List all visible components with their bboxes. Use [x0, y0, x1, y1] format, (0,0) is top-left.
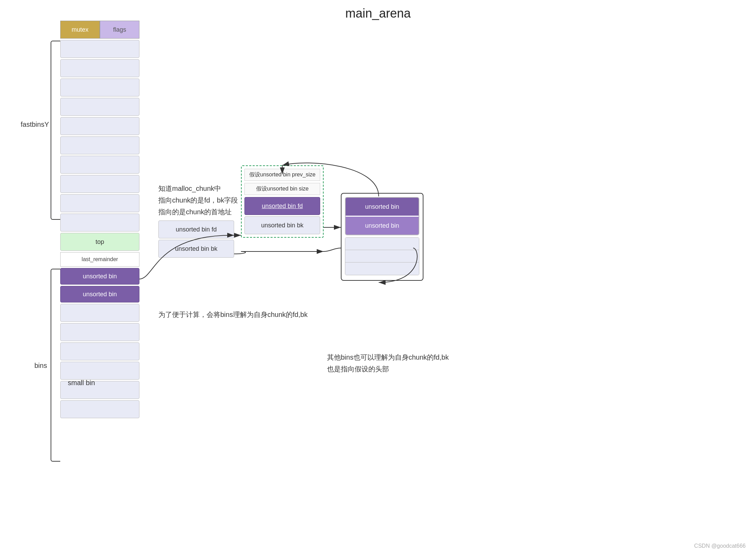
fastbin-cell-9	[60, 194, 139, 212]
small-bin-cell-4	[60, 362, 139, 380]
middle-chunk-diagram: unsorted bin fd unsorted bin bk	[158, 220, 234, 258]
small-bin-cell-6	[60, 400, 139, 418]
explanation-text-1: 知道malloc_chunk中 指向chunk的是fd，bk字段 指向的是chu…	[158, 183, 238, 218]
label-small-bin: small bin	[68, 379, 95, 387]
right-small-cells	[345, 237, 419, 275]
right-chunk: unsorted bin unsorted bin	[341, 193, 423, 281]
unsorted-bin-cell-1: unsorted bin	[60, 268, 139, 285]
right-unsorted-bin-1: unsorted bin	[346, 198, 419, 216]
fastbin-cell-8	[60, 175, 139, 193]
dotted-size: 假设unsorted bin size	[244, 183, 320, 195]
dotted-bk-cell: unsorted bin bk	[244, 216, 320, 234]
right-plain-3	[345, 262, 419, 275]
brace-bins	[51, 269, 60, 462]
brace-fastbins	[51, 41, 60, 220]
small-bin-cell-3	[60, 342, 139, 360]
dotted-fd-cell: unsorted bin fd	[244, 197, 320, 215]
fastbin-cell-4	[60, 98, 139, 116]
right-unsorted-bin-2: unsorted bin	[346, 217, 419, 235]
fastbin-cell-10	[60, 214, 139, 231]
watermark: CSDN @goodcat666	[694, 543, 746, 549]
page-title: main_arena	[345, 6, 411, 21]
explanation-text-3: 其他bins也可以理解为自身chunk的fd,bk 也是指向假设的头部	[327, 351, 449, 375]
fastbin-cell-1	[60, 40, 139, 58]
right-plain-1	[345, 238, 419, 250]
fastbin-cell-5	[60, 117, 139, 135]
right-plain-2	[345, 250, 419, 262]
flags-cell: flags	[100, 21, 139, 39]
dotted-chunk: 假设unsorted bin prev_size 假设unsorted bin …	[241, 165, 324, 238]
unsorted-bin-cell-2: unsorted bin	[60, 286, 139, 302]
fastbin-cell-3	[60, 79, 139, 96]
right-chunk-inner: unsorted bin unsorted bin	[345, 197, 419, 235]
dotted-prev-size: 假设unsorted bin prev_size	[244, 169, 320, 181]
mutex-cell: mutex	[60, 21, 100, 39]
last-remainder-cell: last_remainder	[60, 252, 139, 267]
middle-fd-cell: unsorted bin fd	[158, 220, 234, 238]
header-row: mutex flags	[60, 21, 139, 39]
middle-bk-cell: unsorted bin bk	[158, 240, 234, 258]
fastbin-cell-2	[60, 59, 139, 77]
top-cell: top	[60, 233, 139, 251]
label-fastbins: fastbinsY	[21, 121, 49, 128]
small-bin-cell-1	[60, 304, 139, 322]
explanation-text-2: 为了便于计算，会将bins理解为自身chunk的fd,bk	[158, 310, 307, 319]
fastbin-cell-6	[60, 136, 139, 154]
fastbin-cell-7	[60, 156, 139, 174]
small-bin-cell-2	[60, 323, 139, 341]
main-arena-structure: mutex flags top last_remainder unsorted …	[60, 21, 139, 420]
label-bins: bins	[34, 362, 47, 370]
